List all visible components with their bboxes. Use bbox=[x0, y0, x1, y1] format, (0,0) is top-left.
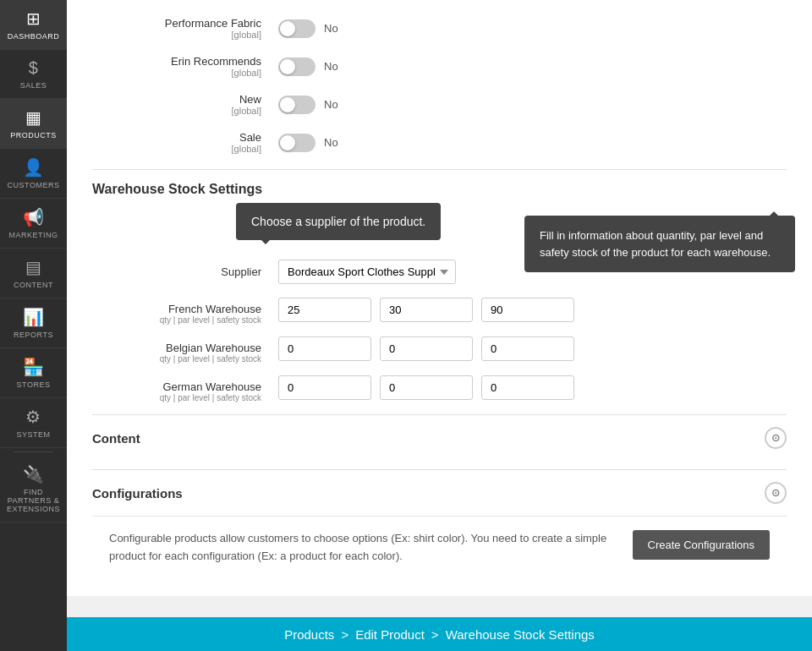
toggle-row-new: New [global] No bbox=[92, 93, 787, 116]
warehouse-label: French Warehouse bbox=[109, 303, 261, 315]
toggle-row-performance-fabric: Performance Fabric [global] No bbox=[92, 17, 787, 40]
configurations-section-label: Configurations bbox=[92, 486, 183, 501]
warehouse-sublabels: qty | par level | safety stock bbox=[109, 315, 261, 325]
warehouse-name-german: German Warehouse qty | par level | safet… bbox=[109, 375, 261, 402]
content-wrapper: Performance Fabric [global] No Erin Reco… bbox=[67, 0, 812, 617]
toggle-value: No bbox=[324, 60, 338, 73]
toggle-sublabel: [global] bbox=[92, 68, 261, 78]
sidebar-item-marketing[interactable]: 📢 MARKETING bbox=[0, 199, 67, 249]
marketing-icon: 📢 bbox=[23, 207, 45, 227]
sidebar-item-label: REPORTS bbox=[14, 331, 53, 339]
sidebar: ⊞ DASHBOARD $ SALES ▦ PRODUCTS 👤 CUSTOME… bbox=[0, 0, 67, 651]
warehouse-sublabels: qty | par level | safety stock bbox=[109, 393, 261, 402]
toggle-name: New bbox=[239, 93, 261, 106]
toggle-row-erin-recommends: Erin Recommends [global] No bbox=[92, 55, 787, 78]
configurations-section-chevron[interactable]: ⊙ bbox=[765, 482, 787, 504]
warehouse-row-german: German Warehouse qty | par level | safet… bbox=[109, 375, 787, 402]
stores-icon: 🏪 bbox=[23, 357, 45, 377]
french-safety-input[interactable] bbox=[481, 298, 574, 322]
warehouse-name-belgian: Belgian Warehouse qty | par level | safe… bbox=[109, 336, 261, 364]
configurations-body: Configurable products allow customers to… bbox=[92, 516, 787, 579]
sidebar-item-products[interactable]: ▦ PRODUCTS bbox=[0, 99, 67, 149]
warehouse-inputs-german bbox=[278, 375, 574, 400]
toggle-name: Performance Fabric bbox=[165, 17, 261, 30]
sidebar-item-label: SALES bbox=[20, 81, 47, 90]
german-qty-input[interactable] bbox=[278, 375, 371, 400]
french-qty-input[interactable] bbox=[278, 298, 371, 322]
warehouse-inputs-french bbox=[278, 298, 574, 322]
sidebar-item-label: MARKETING bbox=[8, 231, 58, 239]
toggle-value: No bbox=[324, 98, 338, 111]
system-icon: ⚙ bbox=[25, 407, 41, 427]
create-configurations-button[interactable]: Create Configurations bbox=[633, 530, 770, 560]
breadcrumb-sep-1: > bbox=[341, 627, 348, 642]
sidebar-item-label: PRODUCTS bbox=[10, 131, 57, 140]
toggle-label: Erin Recommends [global] bbox=[92, 55, 261, 78]
toggle-sublabel: [global] bbox=[92, 30, 261, 40]
german-par-input[interactable] bbox=[380, 375, 473, 400]
content-section-label: Content bbox=[92, 431, 140, 446]
toggle-erin-recommends[interactable] bbox=[278, 57, 315, 76]
warehouse-row-belgian: Belgian Warehouse qty | par level | safe… bbox=[109, 336, 787, 364]
tooltip-supplier: Choose a supplier of the product. bbox=[236, 203, 441, 240]
toggle-label: New [global] bbox=[92, 93, 261, 116]
toggle-value: No bbox=[324, 136, 338, 149]
supplier-label: Supplier bbox=[109, 265, 261, 278]
customers-icon: 👤 bbox=[23, 157, 45, 178]
warehouse-sublabels: qty | par level | safety stock bbox=[109, 354, 261, 364]
toggle-sublabel: [global] bbox=[92, 144, 261, 154]
sidebar-item-sales[interactable]: $ SALES bbox=[0, 50, 67, 99]
breadcrumb-edit-product[interactable]: Edit Product bbox=[355, 627, 425, 642]
warehouse-row-french: French Warehouse qty | par level | safet… bbox=[109, 298, 787, 325]
belgian-qty-input[interactable] bbox=[278, 336, 371, 361]
toggle-name: Erin Recommends bbox=[171, 55, 261, 68]
warehouse-inputs-belgian bbox=[278, 336, 574, 361]
content-section-chevron[interactable]: ⊙ bbox=[765, 427, 787, 449]
sales-icon: $ bbox=[29, 58, 39, 78]
sidebar-item-system[interactable]: ⚙ SYSTEM bbox=[0, 398, 67, 448]
german-safety-input[interactable] bbox=[481, 375, 574, 400]
reports-icon: 📊 bbox=[23, 307, 45, 327]
warehouse-name-french: French Warehouse qty | par level | safet… bbox=[109, 298, 261, 325]
toggle-value: No bbox=[324, 22, 338, 35]
breadcrumb-sep-2: > bbox=[431, 627, 439, 642]
sidebar-item-label: FIND PARTNERS & EXTENSIONS bbox=[3, 488, 63, 513]
toggle-sublabel: [global] bbox=[92, 106, 261, 116]
main-content: Performance Fabric [global] No Erin Reco… bbox=[67, 0, 812, 651]
toggle-performance-fabric[interactable] bbox=[278, 19, 315, 38]
partners-icon: 🔌 bbox=[23, 464, 45, 484]
content-section-header[interactable]: Content ⊙ bbox=[92, 414, 787, 461]
toggle-name: Sale bbox=[239, 131, 261, 144]
sidebar-item-label: STORES bbox=[17, 380, 51, 389]
sidebar-item-label: SYSTEM bbox=[16, 430, 50, 439]
dashboard-icon: ⊞ bbox=[26, 8, 41, 29]
content-area: Performance Fabric [global] No Erin Reco… bbox=[67, 0, 812, 596]
breadcrumb-footer: Products > Edit Product > Warehouse Stoc… bbox=[67, 617, 812, 651]
sidebar-item-dashboard[interactable]: ⊞ DASHBOARD bbox=[0, 0, 67, 50]
breadcrumb-warehouse-stock[interactable]: Warehouse Stock Settings bbox=[446, 627, 595, 642]
sidebar-item-stores[interactable]: 🏪 STORES bbox=[0, 348, 67, 398]
sidebar-item-label: CONTENT bbox=[14, 281, 53, 289]
toggle-label: Sale [global] bbox=[92, 131, 261, 154]
supplier-select[interactable]: Bordeaux Sport Clothes Supplier bbox=[278, 260, 456, 284]
warehouse-label: German Warehouse bbox=[109, 380, 261, 393]
belgian-safety-input[interactable] bbox=[481, 336, 574, 361]
toggle-label: Performance Fabric [global] bbox=[92, 17, 261, 40]
sidebar-item-customers[interactable]: 👤 CUSTOMERS bbox=[0, 149, 67, 199]
tooltip-warehouse: Fill in information about quantity, par … bbox=[524, 216, 795, 272]
config-description: Configurable products allow customers to… bbox=[109, 530, 616, 566]
configurations-section-header[interactable]: Configurations ⊙ bbox=[92, 469, 787, 516]
sidebar-divider bbox=[14, 451, 53, 452]
belgian-par-input[interactable] bbox=[380, 336, 473, 361]
sidebar-item-label: DASHBOARD bbox=[8, 32, 60, 41]
toggle-new[interactable] bbox=[278, 96, 315, 114]
products-icon: ▦ bbox=[25, 107, 42, 128]
french-par-input[interactable] bbox=[380, 298, 473, 322]
warehouse-label: Belgian Warehouse bbox=[109, 342, 261, 354]
toggle-sale[interactable] bbox=[278, 134, 315, 152]
sidebar-item-reports[interactable]: 📊 REPORTS bbox=[0, 298, 67, 348]
breadcrumb-products[interactable]: Products bbox=[284, 627, 334, 642]
sidebar-item-content[interactable]: ▤ CONTENT bbox=[0, 249, 67, 298]
toggle-row-sale: Sale [global] No bbox=[92, 131, 787, 154]
sidebar-item-partners[interactable]: 🔌 FIND PARTNERS & EXTENSIONS bbox=[0, 456, 67, 522]
